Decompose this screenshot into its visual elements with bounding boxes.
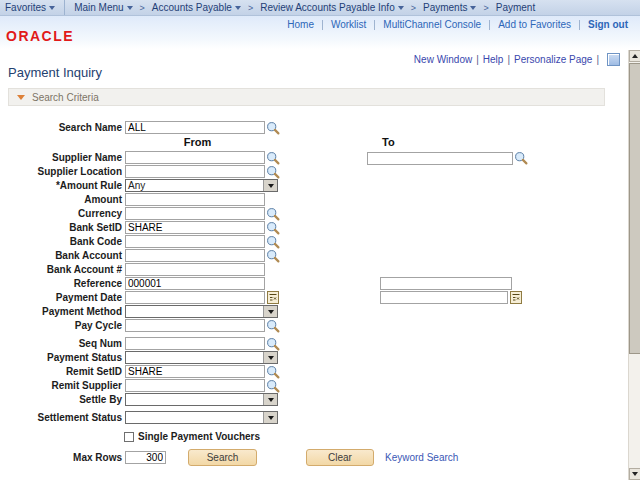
bank-account-label: Bank Account (2, 250, 125, 261)
form-row-remit-supplier: Remit Supplier (2, 379, 628, 392)
remit-setid-lookup-icon[interactable] (266, 365, 280, 379)
sign-out-link[interactable]: Sign out (588, 19, 628, 30)
favorites-menu[interactable]: Favorites (0, 2, 60, 13)
scroll-down-icon[interactable] (629, 468, 640, 480)
link-separator: | (596, 54, 599, 65)
currency-lookup-icon[interactable] (266, 207, 280, 221)
single-payment-vouchers-row: Single Payment Vouchers (2, 431, 260, 442)
payment-date-to-calendar-icon[interactable] (510, 291, 522, 304)
help-link[interactable]: Help (483, 54, 504, 65)
scroll-up-icon[interactable] (629, 50, 640, 62)
payment-date-calendar-icon[interactable] (267, 291, 279, 304)
payment-date-input[interactable] (125, 291, 265, 304)
multichannel-console-link[interactable]: MultiChannel Console (383, 19, 481, 30)
from-column-header: From (170, 136, 225, 148)
amount-rule-select[interactable]: Any (125, 179, 278, 192)
new-window-link[interactable]: New Window (414, 54, 472, 65)
settlement-status-dropdown-arrow-icon[interactable] (263, 412, 277, 423)
form-row-bank-code: Bank Code (2, 235, 628, 248)
reference-input[interactable] (125, 277, 265, 290)
breadcrumb-item-accounts-payable[interactable]: Accounts Payable (147, 2, 246, 13)
settle-by-label: Settle By (2, 394, 125, 405)
currency-input[interactable] (125, 207, 265, 220)
worklist-link[interactable]: Worklist (331, 19, 366, 30)
payment-date-to-input[interactable] (380, 291, 508, 304)
breadcrumb-item-payments[interactable]: Payments (418, 2, 481, 13)
supplier-name-lookup-icon[interactable] (266, 151, 280, 165)
link-separator: | (476, 54, 479, 65)
header-band: Home Worklist MultiChannel Console Add t… (0, 16, 640, 49)
breadcrumb-item-label: Review Accounts Payable Info (260, 2, 395, 13)
reference-to-input[interactable] (380, 277, 512, 290)
payment-method-dropdown-arrow-icon[interactable] (263, 306, 277, 317)
remit-setid-field (125, 365, 280, 379)
amount-rule-field: Any (125, 179, 278, 192)
supplier-name-to-input[interactable] (367, 152, 513, 165)
personalize-page-link[interactable]: Personalize Page (514, 54, 592, 65)
seq-num-lookup-icon[interactable] (266, 337, 280, 351)
form-row-settlement-status: Settlement Status (2, 411, 628, 424)
search-criteria-section-header[interactable]: Search Criteria (8, 88, 605, 106)
form-row-remit-setid: Remit SetID (2, 365, 628, 378)
remit-supplier-input[interactable] (125, 379, 265, 392)
search-name-lookup-icon[interactable] (266, 121, 280, 135)
bank-setid-lookup-icon[interactable] (266, 221, 280, 235)
bank-setid-input[interactable] (125, 221, 265, 234)
add-to-favorites-link[interactable]: Add to Favorites (498, 19, 571, 30)
supplier-name-to-lookup-icon[interactable] (514, 151, 528, 165)
remit-supplier-lookup-icon[interactable] (266, 379, 280, 393)
search-button[interactable]: Search (188, 449, 257, 466)
form-row-bank-account-number: Bank Account # (2, 263, 628, 276)
home-link[interactable]: Home (287, 19, 314, 30)
bank-account-field (125, 249, 280, 263)
clear-button[interactable]: Clear (306, 449, 374, 466)
payment-method-select[interactable] (125, 305, 278, 318)
amount-rule-dropdown-arrow-icon[interactable] (263, 180, 277, 191)
supplier-name-input[interactable] (125, 151, 265, 164)
breadcrumb-item-label: Payment (496, 2, 535, 13)
bank-code-input[interactable] (125, 235, 265, 248)
settle-by-dropdown-arrow-icon[interactable] (263, 394, 277, 405)
payment-status-dropdown-arrow-icon[interactable] (263, 352, 277, 363)
remit-supplier-label: Remit Supplier (2, 380, 125, 391)
settlement-status-label: Settlement Status (2, 412, 125, 423)
remit-setid-input[interactable] (125, 365, 265, 378)
pay-cycle-lookup-icon[interactable] (266, 319, 280, 333)
settlement-status-select[interactable] (125, 411, 278, 424)
copy-url-icon[interactable] (607, 53, 620, 66)
collapse-triangle-icon[interactable] (17, 95, 25, 100)
breadcrumb-item-review-ap-info[interactable]: Review Accounts Payable Info (255, 2, 409, 13)
form-row-settle-by: Settle By (2, 393, 628, 406)
scrollbar-thumb[interactable] (629, 63, 640, 354)
settle-by-select[interactable] (125, 393, 278, 406)
form-row-reference-to (380, 277, 512, 290)
payment-status-select[interactable] (125, 351, 278, 364)
bank-code-field (125, 235, 280, 249)
from-to-header-row: FromTo (2, 136, 628, 148)
form-row-currency: Currency (2, 207, 628, 220)
pay-cycle-input[interactable] (125, 319, 265, 332)
chevron-down-icon (127, 6, 133, 10)
bank-account-number-input[interactable] (125, 263, 265, 276)
keyword-search-link[interactable]: Keyword Search (385, 452, 458, 463)
form-row-supplier-name-to (367, 151, 528, 165)
breadcrumb-item-payment: Payment (491, 2, 540, 13)
amount-input[interactable] (125, 193, 265, 206)
supplier-location-input[interactable] (125, 165, 265, 178)
vertical-scrollbar[interactable] (628, 50, 640, 480)
breadcrumb-separator: > (138, 3, 147, 13)
bank-code-lookup-icon[interactable] (266, 235, 280, 249)
supplier-location-lookup-icon[interactable] (266, 165, 280, 179)
payment-date-label: Payment Date (2, 292, 125, 303)
supplier-name-label: Supplier Name (2, 152, 125, 163)
main-menu[interactable]: Main Menu (69, 2, 137, 13)
bank-account-lookup-icon[interactable] (266, 249, 280, 263)
breadcrumb-separator: > (246, 3, 255, 13)
single-payment-vouchers-checkbox[interactable] (124, 432, 134, 442)
bank-account-input[interactable] (125, 249, 265, 262)
payment-method-field (125, 305, 278, 318)
search-name-input[interactable] (125, 121, 265, 134)
max-rows-input[interactable] (125, 451, 166, 464)
form-row-payment-status: Payment Status (2, 351, 628, 364)
seq-num-input[interactable] (125, 337, 265, 350)
